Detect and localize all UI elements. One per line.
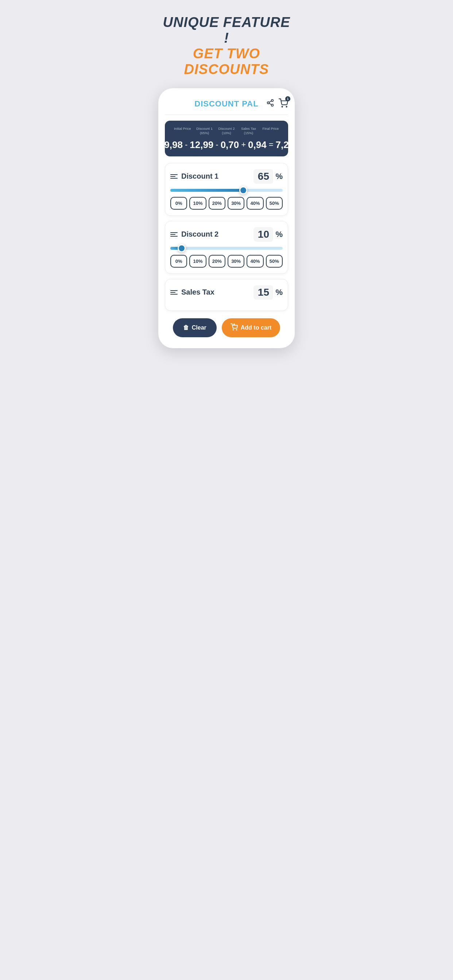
discount1-slider-thumb xyxy=(239,186,247,194)
headline-line1: UNIQUE FEATURE ! xyxy=(158,14,295,46)
d2-preset-0[interactable]: 0% xyxy=(170,255,187,267)
discount1-slider-fill xyxy=(170,189,243,192)
op-minus2: - xyxy=(215,140,218,150)
d2-preset-20[interactable]: 20% xyxy=(209,255,225,267)
final-val: 7,24 xyxy=(276,139,294,151)
discount2-title-wrap: Discount 2 xyxy=(170,230,219,239)
svg-point-8 xyxy=(236,329,237,330)
header-icons: 1 xyxy=(266,99,288,110)
label-final: Final Price xyxy=(260,127,282,135)
sales-tax-header: Sales Tax 15 % xyxy=(170,285,283,300)
discount1-value: 65 xyxy=(254,169,273,184)
svg-line-4 xyxy=(269,101,271,102)
discount2-value: 10 xyxy=(254,227,273,242)
discount2-percent-display: 10 % xyxy=(254,227,283,242)
add-cart-label: Add to cart xyxy=(241,325,271,331)
d2-preset-10[interactable]: 10% xyxy=(189,255,206,267)
headline-get: GET xyxy=(193,46,227,61)
phone-frame: DISCOUNT PAL 1 xyxy=(158,88,295,348)
headline: UNIQUE FEATURE ! GET TWO DISCOUNTS xyxy=(158,14,295,77)
op-plus: + xyxy=(241,140,246,150)
sales-tax-percent-display: 15 % xyxy=(254,285,283,300)
sales-tax-title: Sales Tax xyxy=(181,288,214,296)
app-title: DISCOUNT PAL xyxy=(195,99,258,109)
summary-labels: Initial Price Discount 1(65%) Discount 2… xyxy=(170,127,283,135)
label-discount1: Discount 1(65%) xyxy=(193,127,215,135)
d1-preset-10[interactable]: 10% xyxy=(189,197,206,210)
discount1-title: Discount 1 xyxy=(181,172,219,180)
tax-val: 0,94 xyxy=(248,139,266,151)
op-eq: = xyxy=(269,140,274,150)
clear-button[interactable]: 🗑 Clear xyxy=(173,318,217,337)
svg-point-7 xyxy=(233,329,233,330)
op-minus1: - xyxy=(185,140,187,150)
trash-icon: 🗑 xyxy=(183,325,189,331)
sliders-icon-tax xyxy=(170,290,178,294)
d1-preset-50[interactable]: 50% xyxy=(266,197,283,210)
sales-tax-percent-sign: % xyxy=(275,288,283,297)
summary-card: Initial Price Discount 1(65%) Discount 2… xyxy=(165,121,288,156)
d2-preset-30[interactable]: 30% xyxy=(228,255,244,267)
label-salestax: Sales Tax(15%) xyxy=(238,127,259,135)
discount1-percent-sign: % xyxy=(275,172,283,181)
cart-plus-icon xyxy=(231,323,238,332)
clear-label: Clear xyxy=(192,325,206,331)
discount1-slider-track[interactable] xyxy=(170,189,283,192)
discount2-val: 0,70 xyxy=(221,139,239,151)
bottom-actions: 🗑 Clear Add to cart xyxy=(165,318,288,337)
share-icon[interactable] xyxy=(266,99,274,109)
d1-preset-30[interactable]: 30% xyxy=(228,197,244,210)
sliders-icon-d1 xyxy=(170,174,178,179)
discount1-presets: 0% 10% 20% 30% 40% 50% xyxy=(170,197,283,210)
sales-tax-value: 15 xyxy=(254,285,273,300)
discount2-header: Discount 2 10 % xyxy=(170,227,283,242)
sales-tax-section: Sales Tax 15 % xyxy=(165,279,288,311)
sliders-icon-d2 xyxy=(170,232,178,237)
add-cart-button[interactable]: Add to cart xyxy=(222,318,280,337)
svg-line-3 xyxy=(269,103,271,105)
svg-point-5 xyxy=(282,107,283,107)
discount2-slider-thumb xyxy=(178,244,186,252)
discount2-presets: 0% 10% 20% 30% 40% 50% xyxy=(170,255,283,267)
discount2-title: Discount 2 xyxy=(181,230,219,239)
summary-values: 19,98 - 12,99 - 0,70 + 0,94 = 7,24 xyxy=(170,139,283,151)
sales-tax-title-wrap: Sales Tax xyxy=(170,288,214,296)
cart-icon-wrap[interactable]: 1 xyxy=(279,99,288,110)
discount1-percent-display: 65 % xyxy=(254,169,283,184)
label-discount2: Discount 2(10%) xyxy=(215,127,238,135)
page-wrapper: UNIQUE FEATURE ! GET TWO DISCOUNTS DISCO… xyxy=(151,0,302,370)
label-initial: Initial Price xyxy=(171,127,193,135)
discount2-section: Discount 2 10 % 0% 10% 20% 30% 40% 50% xyxy=(165,221,288,274)
cart-badge: 1 xyxy=(285,96,290,101)
headline-line2: GET TWO DISCOUNTS xyxy=(158,46,295,77)
discount2-percent-sign: % xyxy=(275,230,283,239)
app-header: DISCOUNT PAL 1 xyxy=(165,99,288,115)
initial-price: 19,98 xyxy=(159,139,183,151)
d2-preset-50[interactable]: 50% xyxy=(266,255,283,267)
discount1-header: Discount 1 65 % xyxy=(170,169,283,184)
d1-preset-40[interactable]: 40% xyxy=(247,197,263,210)
d1-preset-0[interactable]: 0% xyxy=(170,197,187,210)
discount1-title-wrap: Discount 1 xyxy=(170,172,219,180)
d2-preset-40[interactable]: 40% xyxy=(247,255,263,267)
discount1-section: Discount 1 65 % 0% 10% 20% 30% 40% 50% xyxy=(165,163,288,216)
discount1-val: 12,99 xyxy=(190,139,214,151)
d1-preset-20[interactable]: 20% xyxy=(209,197,225,210)
discount2-slider-track[interactable] xyxy=(170,247,283,250)
svg-point-6 xyxy=(286,107,287,107)
